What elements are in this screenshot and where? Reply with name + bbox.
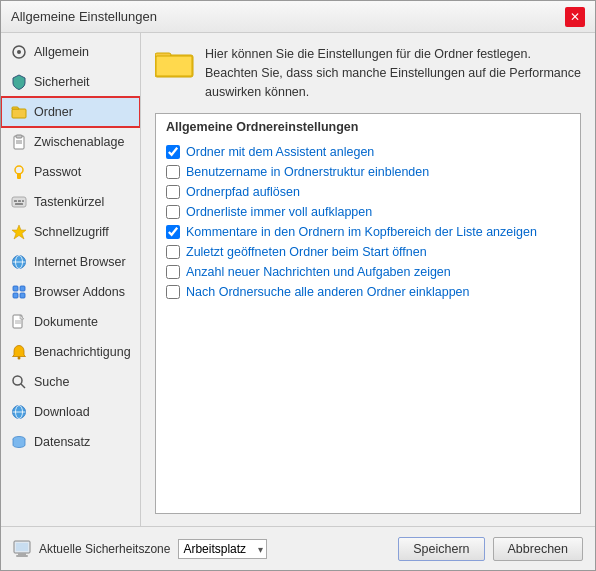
sidebar-label-download: Download (34, 405, 90, 419)
save-button[interactable]: Speichern (398, 537, 484, 561)
checkbox-item-3[interactable]: Ordnerpfad auflösen (164, 182, 572, 202)
checkbox-list: Ordner mit dem Assistent anlegenBenutzer… (156, 138, 580, 306)
checkbox-label-4[interactable]: Ordnerliste immer voll aufklappen (186, 205, 372, 219)
checkbox-item-5[interactable]: Kommentare in den Ordnern im Kopfbereich… (164, 222, 572, 242)
svg-point-25 (18, 357, 21, 360)
checkbox-4[interactable] (166, 205, 180, 219)
svg-rect-38 (16, 555, 28, 557)
svg-rect-19 (20, 286, 25, 291)
allgemein-icon (10, 43, 28, 61)
download-icon (10, 403, 28, 421)
sidebar-label-suche: Suche (34, 375, 69, 389)
svg-line-27 (21, 384, 25, 388)
svg-point-7 (15, 166, 23, 174)
sidebar-item-browser-addons[interactable]: Browser Addons (1, 277, 140, 307)
sidebar-label-tastenkuerzel: Tastenkürzel (34, 195, 104, 209)
checkbox-label-2[interactable]: Benutzername in Ordnerstruktur einblende… (186, 165, 429, 179)
checkbox-item-4[interactable]: Ordnerliste immer voll aufklappen (164, 202, 572, 222)
sidebar-label-schnellzugriff: Schnellzugriff (34, 225, 109, 239)
zone-label: Aktuelle Sicherheitszone (39, 542, 170, 556)
suche-icon (10, 373, 28, 391)
svg-rect-4 (16, 135, 22, 138)
checkbox-3[interactable] (166, 185, 180, 199)
footer-left: Aktuelle Sicherheitszone ArbeitsplatzInt… (13, 539, 267, 559)
footer-right: Speichern Abbrechen (398, 537, 583, 561)
folder-icon (155, 47, 195, 79)
zone-select[interactable]: ArbeitsplatzInternetIntranet (178, 539, 267, 559)
dialog: Allgemeine Einstellungen ✕ AllgemeinSich… (0, 0, 596, 571)
sidebar-item-passwort[interactable]: Passwot (1, 157, 140, 187)
sidebar-item-internet-browser[interactable]: Internet Browser (1, 247, 140, 277)
title-bar: Allgemeine Einstellungen ✕ (1, 1, 595, 33)
sidebar-label-dokumente: Dokumente (34, 315, 98, 329)
svg-point-26 (13, 376, 22, 385)
checkbox-2[interactable] (166, 165, 180, 179)
sidebar-label-browser-addons: Browser Addons (34, 285, 125, 299)
datensatz-icon (10, 433, 28, 451)
checkbox-5[interactable] (166, 225, 180, 239)
browser-addons-icon (10, 283, 28, 301)
svg-marker-14 (12, 225, 26, 239)
checkbox-item-2[interactable]: Benutzername in Ordnerstruktur einblende… (164, 162, 572, 182)
checkbox-label-5[interactable]: Kommentare in den Ordnern im Kopfbereich… (186, 225, 537, 239)
security-zone-icon (13, 540, 31, 558)
zone-select-wrapper[interactable]: ArbeitsplatzInternetIntranet (178, 539, 267, 559)
checkbox-label-6[interactable]: Zuletzt geöffneten Ordner beim Start öff… (186, 245, 427, 259)
checkbox-label-7[interactable]: Anzahl neuer Nachrichten und Aufgaben ze… (186, 265, 451, 279)
cancel-button[interactable]: Abbrechen (493, 537, 583, 561)
svg-rect-36 (16, 543, 28, 551)
sidebar-item-benachrichtigung[interactable]: Benachrichtigung (1, 337, 140, 367)
main-content: AllgemeinSicherheitOrdnerZwischenablageP… (1, 33, 595, 526)
sidebar-item-dokumente[interactable]: Dokumente (1, 307, 140, 337)
sidebar-item-ordner[interactable]: Ordner (1, 97, 140, 127)
info-text: Hier können Sie die Einstellungen für di… (205, 45, 581, 101)
svg-rect-18 (13, 286, 18, 291)
checkbox-label-1[interactable]: Ordner mit dem Assistent anlegen (186, 145, 374, 159)
checkbox-6[interactable] (166, 245, 180, 259)
checkbox-label-3[interactable]: Ordnerpfad auflösen (186, 185, 300, 199)
sidebar-item-datensatz[interactable]: Datensatz (1, 427, 140, 457)
tastenkuerzel-icon (10, 193, 28, 211)
sidebar-label-internet-browser: Internet Browser (34, 255, 126, 269)
sidebar-label-datensatz: Datensatz (34, 435, 90, 449)
sidebar-item-zwischenablage[interactable]: Zwischenablage (1, 127, 140, 157)
svg-rect-10 (14, 200, 17, 202)
sidebar-item-schnellzugriff[interactable]: Schnellzugriff (1, 217, 140, 247)
footer: Aktuelle Sicherheitszone ArbeitsplatzInt… (1, 526, 595, 570)
sidebar-item-download[interactable]: Download (1, 397, 140, 427)
checkbox-7[interactable] (166, 265, 180, 279)
schnellzugriff-icon (10, 223, 28, 241)
dokumente-icon (10, 313, 28, 331)
svg-point-1 (17, 50, 21, 54)
passwort-icon (10, 163, 28, 181)
zwischenablage-icon (10, 133, 28, 151)
checkbox-item-6[interactable]: Zuletzt geöffneten Ordner beim Start öff… (164, 242, 572, 262)
sidebar-item-allgemein[interactable]: Allgemein (1, 37, 140, 67)
close-button[interactable]: ✕ (565, 7, 585, 27)
sidebar-item-tastenkuerzel[interactable]: Tastenkürzel (1, 187, 140, 217)
sicherheit-icon (10, 73, 28, 91)
settings-section: Allgemeine Ordnereinstellungen Ordner mi… (155, 113, 581, 514)
svg-rect-20 (13, 293, 18, 298)
sidebar-label-allgemein: Allgemein (34, 45, 89, 59)
section-title: Allgemeine Ordnereinstellungen (156, 114, 580, 138)
sidebar-label-sicherheit: Sicherheit (34, 75, 90, 89)
checkbox-item-8[interactable]: Nach Ordnersuche alle anderen Ordner ein… (164, 282, 572, 302)
checkbox-1[interactable] (166, 145, 180, 159)
checkbox-8[interactable] (166, 285, 180, 299)
checkbox-item-1[interactable]: Ordner mit dem Assistent anlegen (164, 142, 572, 162)
svg-rect-11 (18, 200, 21, 202)
sidebar-item-sicherheit[interactable]: Sicherheit (1, 67, 140, 97)
sidebar: AllgemeinSicherheitOrdnerZwischenablageP… (1, 33, 141, 526)
svg-rect-8 (17, 173, 21, 179)
info-box: Hier können Sie die Einstellungen für di… (155, 45, 581, 101)
internet-browser-icon (10, 253, 28, 271)
checkbox-item-7[interactable]: Anzahl neuer Nachrichten und Aufgaben ze… (164, 262, 572, 282)
sidebar-label-passwort: Passwot (34, 165, 81, 179)
svg-rect-21 (20, 293, 25, 298)
svg-rect-2 (12, 109, 26, 118)
checkbox-label-8[interactable]: Nach Ordnersuche alle anderen Ordner ein… (186, 285, 470, 299)
svg-rect-13 (15, 203, 23, 205)
sidebar-item-suche[interactable]: Suche (1, 367, 140, 397)
svg-rect-34 (156, 56, 192, 76)
